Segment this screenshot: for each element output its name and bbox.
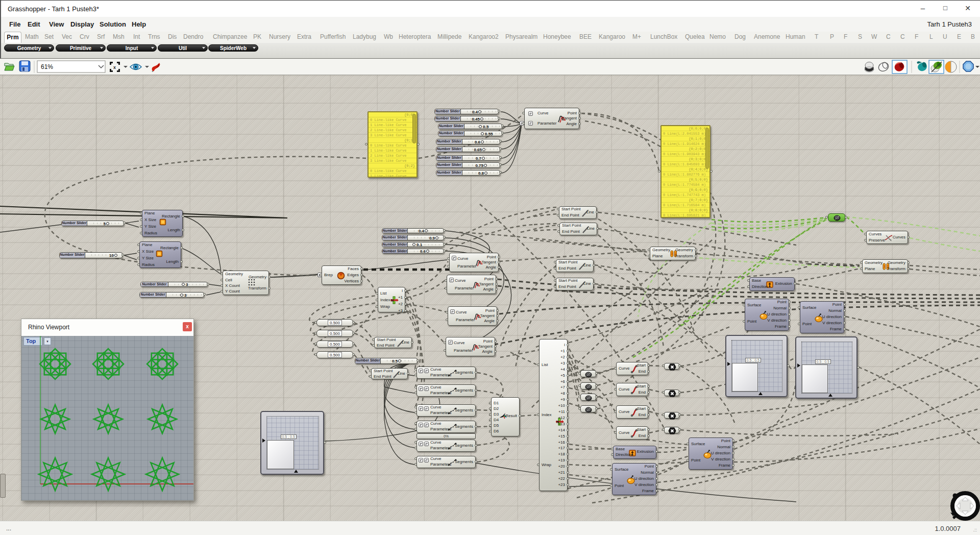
svg-text:x: x — [113, 65, 116, 70]
svg-text:N: N — [391, 299, 394, 302]
svg-text:61%: 61% — [41, 63, 53, 70]
